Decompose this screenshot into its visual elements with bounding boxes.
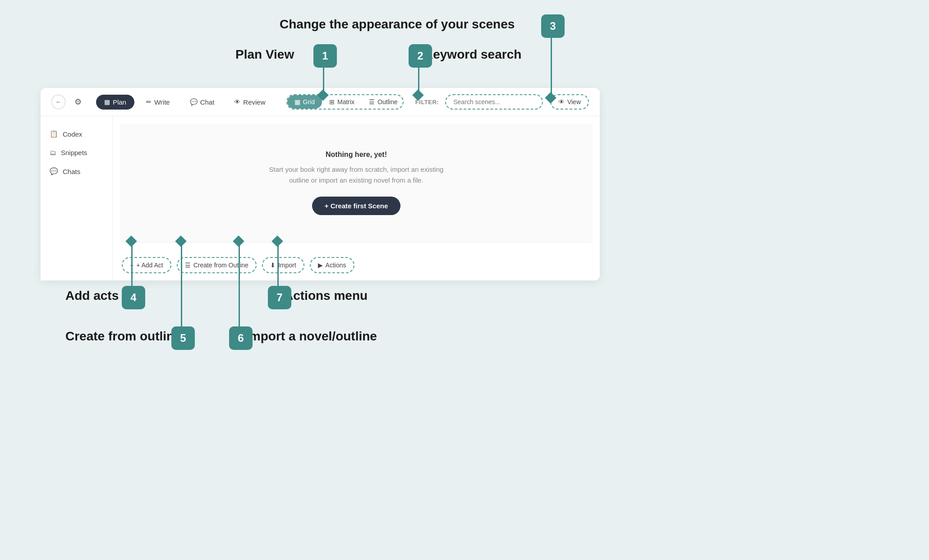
annotation-1-text: Plan View [235,47,294,62]
write-icon: ✏ [146,98,152,106]
outline-tab[interactable]: ☰ Outline [362,95,404,109]
view-tabs: ▦ Grid ⊞ Matrix ☰ Outline [286,94,404,110]
main-content: 📋 Codex 🗂 Snippets 💬 Chats Nothing here,… [41,116,600,280]
back-button[interactable]: ← [51,95,65,109]
matrix-icon: ⊞ [329,98,335,106]
filter-label: FILTER: [415,99,439,106]
sidebar-item-chats[interactable]: 💬 Chats [41,163,112,180]
annotation-badge-7: 7 [268,286,291,309]
matrix-tab[interactable]: ⊞ Matrix [322,95,362,109]
empty-title: Nothing here, yet! [326,151,387,159]
actions-play-icon: ▶ [318,262,323,269]
write-tab[interactable]: ✏ Write [138,95,178,110]
create-first-scene-button[interactable]: + Create first Scene [312,197,401,215]
content-panel: Nothing here, yet! Start your book right… [113,116,600,280]
action-bar: + + Add Act ☰ Create from Outline ⬇ Impo… [113,250,600,280]
chats-icon: 💬 [50,167,58,175]
sidebar: 📋 Codex 🗂 Snippets 💬 Chats [41,116,113,280]
view-button[interactable]: 👁 View [550,94,589,110]
codex-icon: 📋 [50,130,58,138]
annotation-badge-2: 2 [409,44,432,68]
line-3 [551,38,552,96]
eye-icon: 👁 [558,98,565,106]
annotation-badge-6: 6 [229,326,253,350]
add-act-icon: + [130,262,133,269]
search-input[interactable] [453,98,535,106]
grid-tab[interactable]: ▦ Grid [287,95,322,109]
add-act-button[interactable]: + + Add Act [122,257,171,273]
review-icon: 👁 [234,98,240,106]
empty-state: Nothing here, yet! Start your book right… [120,124,593,243]
actions-button[interactable]: ▶ Actions [310,257,354,273]
annotation-badge-1: 1 [313,44,337,68]
app-window: ← ⚙ ▦ Plan ✏ Write 💬 Chat 👁 Review ▦ Gri… [41,88,600,280]
sidebar-item-snippets[interactable]: 🗂 Snippets [41,144,112,161]
annotation-badge-4: 4 [122,286,145,309]
outline-icon: ☰ [369,98,375,106]
annotation-2-text: Keyword search [424,47,521,62]
outline-list-icon: ☰ [185,262,191,269]
chat-icon: 💬 [190,98,198,106]
grid-icon: ▦ [294,98,300,106]
create-from-outline-button[interactable]: ☰ Create from Outline [177,257,257,273]
annotation-7-text: Actions menu [284,289,368,303]
snippets-icon: 🗂 [50,149,56,156]
plan-icon: ▦ [104,98,110,106]
annotation-5-text: Create from outline [65,329,181,344]
nav-bar: ← ⚙ ▦ Plan ✏ Write 💬 Chat 👁 Review ▦ Gri… [41,88,600,116]
empty-description: Start your book right away from scratch,… [266,164,446,186]
import-button[interactable]: ⬇ Import [262,257,304,273]
import-icon: ⬇ [270,262,276,269]
annotation-4-text: Add acts [65,289,119,303]
annotation-badge-3: 3 [541,14,565,38]
annotation-6-text: Import a novel/outline [246,329,377,344]
review-tab[interactable]: 👁 Review [226,95,273,110]
search-input-wrap[interactable] [445,94,543,110]
chat-tab[interactable]: 💬 Chat [182,95,223,110]
annotation-3-text: Change the appearance of your scenes [280,17,515,32]
sidebar-item-codex[interactable]: 📋 Codex [41,125,112,142]
plan-tab[interactable]: ▦ Plan [96,95,134,110]
annotation-badge-5: 5 [171,326,195,350]
settings-button[interactable]: ⚙ [71,95,85,109]
